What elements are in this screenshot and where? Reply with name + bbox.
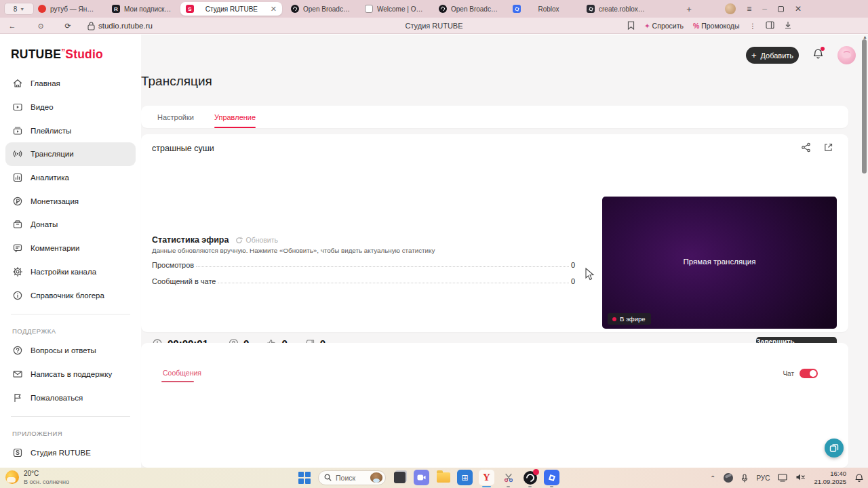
live-badge: В эфире	[608, 313, 651, 325]
sidebar-item-channel-settings[interactable]: Настройки канала	[5, 260, 136, 284]
share-icon[interactable]	[801, 142, 811, 152]
plus-icon: +	[751, 51, 757, 60]
hidden-icons-chevron[interactable]: ⌃	[710, 474, 715, 482]
sidebar-item-report[interactable]: Пожаловаться	[5, 386, 136, 409]
yandex-favicon	[38, 5, 46, 13]
weather-widget[interactable]: 20°C В осн. солнечно	[5, 470, 69, 485]
scrollbar-thumb[interactable]	[862, 39, 867, 174]
notifications-bell[interactable]	[812, 48, 824, 63]
user-avatar[interactable]	[837, 46, 856, 64]
floating-widget-button[interactable]	[825, 439, 844, 458]
sidebar-item-home[interactable]: Главная	[5, 72, 136, 96]
sidebar-item-contact-support[interactable]: Написать в поддержку	[5, 363, 136, 386]
more-menu-icon[interactable]: ⋮	[749, 22, 757, 30]
tab-label: рутуб — Яндекс: нашло	[50, 5, 98, 13]
sidebar-item-label: Студия RUTUBE	[31, 449, 91, 457]
sidebar-item-playlists[interactable]: Плейлисты	[5, 119, 136, 142]
restore-icon[interactable]	[778, 6, 784, 12]
start-button[interactable]	[296, 470, 312, 485]
tab-counter-button[interactable]: 8 ▼	[4, 3, 34, 15]
chat-toggle[interactable]	[800, 369, 818, 378]
sidebar-item-label: Аналитика	[31, 174, 69, 182]
taskbar-chat[interactable]	[414, 470, 429, 485]
tab-messages[interactable]: Сообщения	[163, 369, 201, 377]
store-icon: ⊞	[461, 473, 468, 483]
add-button[interactable]: + Добавить	[746, 47, 799, 64]
taskbar-task-view[interactable]	[392, 470, 408, 485]
sidebar-item-label: Донаты	[31, 220, 58, 228]
video-icon	[12, 102, 23, 113]
sidebar-item-studio-app[interactable]: Студия RUTUBE	[5, 441, 136, 465]
taskbar-yandex-browser[interactable]: Y	[479, 470, 494, 485]
stat-row-chat-messages: Сообщений в чате 0	[152, 277, 575, 285]
stat-row-views: Просмотров 0	[152, 261, 575, 269]
screen: 8 ▼ рутуб — Яндекс: нашло R Мои подписки…	[0, 0, 868, 488]
taskbar-obs[interactable]	[522, 470, 538, 485]
question-icon	[12, 345, 23, 356]
sidebar-item-video[interactable]: Видео	[5, 96, 136, 119]
clock-widget[interactable]: 16:40 21.09.2025	[814, 470, 846, 487]
window-controls: ≡ – ✕	[725, 0, 802, 18]
downloads-icon[interactable]	[784, 21, 792, 30]
donation-box-icon	[12, 219, 23, 230]
minimize-icon[interactable]: –	[762, 5, 767, 13]
browser-profile-avatar[interactable]	[725, 3, 736, 14]
sidebar-item-monetization[interactable]: Монетизация	[5, 189, 136, 213]
browser-tab-yandex-search[interactable]: рутуб — Яндекс: нашло	[33, 2, 103, 16]
rutube-studio-logo[interactable]: RUTUBE”Studio	[11, 47, 103, 62]
page-title: Трансляция	[141, 74, 212, 89]
broadcast-icon	[12, 148, 23, 159]
browser-tab-obs-2[interactable]: Open Broadcaster Softw	[433, 2, 504, 16]
bookmark-icon[interactable]	[627, 21, 635, 31]
microphone-icon[interactable]	[741, 474, 748, 483]
cast-icon[interactable]	[778, 474, 787, 482]
taskbar-search[interactable]: Поиск	[318, 470, 386, 485]
close-tab-icon[interactable]: ✕	[271, 5, 277, 14]
browser-tab-obs-1[interactable]: Open Broadcaster Softw	[285, 2, 356, 16]
overlapping-windows-icon	[829, 443, 839, 453]
stream-preview[interactable]: Прямая трансляция В эфире	[602, 197, 837, 329]
browser-tab-rutube-subs[interactable]: R Мои подписки на RUTUB	[106, 2, 177, 16]
browser-tab-roblox[interactable]: Roblox	[507, 2, 578, 16]
open-external-icon[interactable]	[823, 142, 833, 152]
browser-tab-studio-rutube[interactable]: S Студия RUTUBE ✕	[180, 2, 282, 16]
side-panel-icon[interactable]	[766, 21, 774, 30]
tab-settings[interactable]: Настройки	[157, 106, 194, 128]
language-indicator[interactable]: РУС	[756, 474, 770, 482]
sidebar-item-donations[interactable]: Донаты	[5, 213, 136, 237]
volume-muted-icon[interactable]	[795, 472, 806, 484]
sidebar-item-label: Монетизация	[31, 197, 79, 205]
home-icon	[12, 78, 23, 89]
sidebar-item-faq[interactable]: Вопросы и ответы	[5, 339, 136, 363]
sidebar-item-comments[interactable]: Комментарии	[5, 237, 136, 260]
tray-bell-icon[interactable]	[854, 473, 864, 483]
sidebar-item-blogger-guide[interactable]: Справочник блогера	[5, 283, 136, 307]
promo-button[interactable]: % Промокоды	[693, 22, 740, 30]
scroll-up-arrow[interactable]: ▲	[863, 35, 867, 39]
browser-tab-welcome-obs[interactable]: Welcome | OBS	[359, 2, 430, 16]
tab-label: create.roblox.com/landi	[599, 5, 646, 13]
sidebar-item-broadcasts[interactable]: Трансляции	[5, 142, 136, 166]
stats-hint: Данные обновляются вручную. Нажмите «Обн…	[152, 247, 435, 254]
sidebar-item-analytics[interactable]: Аналитика	[5, 166, 136, 190]
taskbar-store[interactable]: ⊞	[457, 470, 473, 485]
stats-title: Статистика эфира	[152, 235, 229, 245]
new-tab-button[interactable]: +	[682, 3, 696, 15]
taskbar-snipping-tool[interactable]	[500, 470, 516, 485]
tab-management[interactable]: Управление	[214, 106, 256, 128]
browser-menu-icon[interactable]: ≡	[747, 5, 751, 13]
taskbar-file-explorer[interactable]	[435, 470, 451, 485]
document-favicon	[365, 5, 373, 13]
ask-button[interactable]: ✦ Спросить	[644, 22, 684, 30]
tray-camera-icon[interactable]	[724, 473, 733, 483]
camera-icon	[417, 474, 426, 481]
refresh-stats-button[interactable]: Обновить	[235, 236, 278, 244]
sidebar-item-label: Главная	[31, 79, 60, 87]
taskbar-roblox-studio[interactable]	[544, 470, 559, 485]
support-section-header: ПОДДЕРЖКА	[0, 321, 141, 339]
sidebar-nav: Главная Видео Плейлисты Трансляции Анали…	[0, 72, 141, 465]
close-window-icon[interactable]: ✕	[795, 5, 802, 13]
stream-actions	[801, 142, 833, 152]
browser-tab-roblox-create[interactable]: create.roblox.com/landi	[581, 2, 652, 16]
page-scrollbar[interactable]: ▲	[862, 36, 867, 466]
